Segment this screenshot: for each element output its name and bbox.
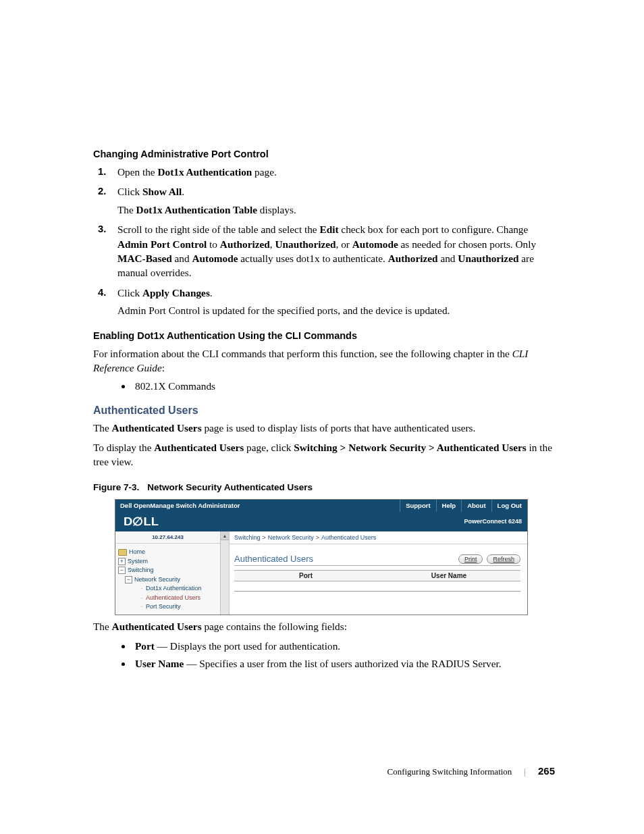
step-4: Click Apply Changes. Admin Port Control …	[93, 286, 556, 318]
text: :	[162, 362, 165, 373]
app-topbar: Dell OpenManage Switch Administrator Sup…	[115, 500, 527, 512]
label: Home	[129, 548, 145, 557]
text: .	[210, 287, 213, 298]
product-label: PowerConnect 6248	[464, 518, 522, 525]
tree-network-security[interactable]: −Network Security	[118, 575, 217, 585]
heading-changing-admin-port: Changing Administrative Port Control	[93, 149, 556, 159]
text: .	[182, 186, 184, 197]
bullet-8021x: 802.1X Commands	[132, 380, 556, 392]
step-1: Open the Dot1x Authentication page.	[93, 165, 556, 179]
text: as needed for chosen ports. Only	[398, 238, 536, 250]
steps-list: Open the Dot1x Authentication page. Clic…	[93, 165, 556, 318]
text-bold: Dot1x Authentication	[157, 166, 252, 178]
folder-icon	[118, 549, 127, 556]
text-bold: Switching > Network Security > Authentic…	[294, 442, 527, 453]
text-bold: Automode	[192, 253, 238, 264]
panel-title: Authenticated Users	[234, 554, 313, 564]
text: To display the	[93, 442, 154, 453]
tree-authenticated-users[interactable]: ·Authenticated Users	[118, 594, 217, 603]
crumb-switching[interactable]: Switching	[234, 534, 261, 541]
tree-port-security[interactable]: ·Port Security	[118, 602, 217, 612]
screenshot-switch-admin: Dell OpenManage Switch Administrator Sup…	[115, 499, 528, 615]
auth-para-1: The Authenticated Users page is used to …	[93, 421, 556, 435]
app-title: Dell OpenManage Switch Administrator	[115, 500, 400, 512]
text-bold: Show All	[142, 186, 182, 197]
text: and	[172, 253, 192, 264]
col-port: Port	[234, 571, 377, 581]
tree-switching[interactable]: −Switching	[118, 566, 217, 575]
label: Port Security	[146, 602, 181, 612]
tree-dot1x-auth[interactable]: ·Dot1x Authentication	[118, 584, 217, 594]
nav-about[interactable]: About	[461, 500, 491, 512]
text: — Displays the port used for authenticat…	[155, 640, 340, 652]
footer-section-name: Configuring Switching Information	[387, 766, 512, 777]
ip-address: 10.27.64.243	[115, 531, 220, 544]
breadcrumb: Switching>Network Security>Authenticated…	[221, 531, 527, 544]
page-number: 265	[538, 765, 555, 777]
step-2: Click Show All. The Dot1x Authentication…	[93, 184, 556, 217]
text: The	[93, 621, 112, 632]
text: Click	[117, 287, 142, 298]
auth-para-2: To display the Authenticated Users page,…	[93, 440, 556, 469]
text: The	[117, 204, 136, 215]
text: to	[207, 238, 220, 250]
label: Network Security	[134, 575, 180, 585]
field-description-list: Port — Displays the port used for authen…	[132, 639, 556, 671]
text-bold: Admin Port Control	[117, 238, 207, 250]
text-bold: Authorized	[388, 253, 438, 264]
text: — Specifies a user from the list of user…	[184, 658, 501, 669]
text-bold: Dot1x Authentication Table	[136, 204, 257, 215]
text-bold: Authenticated Users	[112, 621, 202, 632]
content-panel: ▲ Switching>Network Security>Authenticat…	[221, 531, 527, 615]
text: The	[93, 422, 112, 434]
crumb-authenticated-users[interactable]: Authenticated Users	[321, 534, 376, 541]
nav-logout[interactable]: Log Out	[491, 500, 527, 512]
collapse-icon[interactable]: −	[125, 576, 132, 583]
tree-system[interactable]: +System	[118, 557, 217, 567]
collapse-icon[interactable]: −	[118, 567, 126, 574]
text-bold: Port	[135, 640, 155, 652]
text-bold: Authenticated Users	[112, 422, 202, 434]
heading-authenticated-users: Authenticated Users	[93, 405, 556, 417]
text: page, click	[244, 442, 294, 453]
page-footer: Configuring Switching Information | 265	[93, 765, 556, 777]
col-user-name: User Name	[377, 571, 520, 581]
text: and	[438, 253, 458, 264]
crumb-network-security[interactable]: Network Security	[268, 534, 314, 541]
text: Scroll to the right side of the table an…	[117, 224, 319, 235]
nav-tree: Home +System −Switching −Network Securit…	[115, 544, 220, 615]
tree-home[interactable]: Home	[118, 548, 217, 557]
expand-icon[interactable]: +	[118, 558, 126, 565]
figure-number: Figure 7-3.	[93, 482, 139, 492]
scrollbar[interactable]: ▲	[221, 531, 230, 615]
text-bold: Authorized	[220, 238, 270, 250]
table-header-row: Port User Name	[234, 570, 520, 581]
text-bold: Edit	[319, 224, 338, 235]
heading-cli-commands: Enabling Dot1x Authentication Using the …	[93, 330, 556, 341]
dash-icon: ·	[140, 584, 144, 594]
text: displays.	[257, 204, 296, 215]
refresh-button[interactable]: Refresh	[487, 554, 520, 564]
text: Click	[117, 186, 142, 197]
label: Dot1x Authentication	[146, 584, 202, 594]
scroll-up-icon[interactable]: ▲	[221, 531, 229, 540]
text: Open the	[117, 166, 157, 178]
cli-paragraph: For information about the CLI commands t…	[93, 346, 556, 375]
step-3: Scroll to the right side of the table an…	[93, 222, 556, 280]
text-bold: User Name	[135, 658, 184, 669]
post-figure-para: The Authenticated Users page contains th…	[93, 619, 556, 633]
logo-row: D∅LL PowerConnect 6248	[115, 512, 527, 531]
text-bold: Unauthorized	[275, 238, 336, 250]
nav-support[interactable]: Support	[400, 500, 435, 512]
figure-caption: Figure 7-3.Network Security Authenticate…	[93, 482, 556, 492]
text: page contains the following fields:	[202, 621, 347, 632]
text: For information about the CLI commands t…	[93, 348, 512, 359]
figure-title: Network Security Authenticated Users	[147, 482, 313, 492]
text-bold: MAC-Based	[117, 253, 172, 264]
nav-help[interactable]: Help	[436, 500, 462, 512]
print-button[interactable]: Print	[458, 554, 483, 564]
cli-bullet-list: 802.1X Commands	[132, 380, 556, 392]
label: Switching	[128, 566, 154, 575]
footer-separator: |	[524, 766, 526, 777]
dell-logo: D∅LL	[124, 515, 159, 529]
